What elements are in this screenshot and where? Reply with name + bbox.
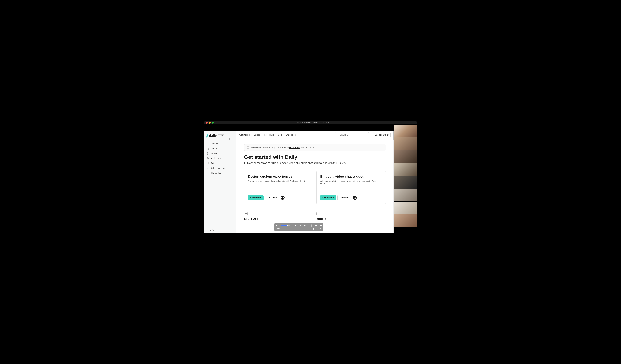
- card-title: Embed a video chat widget: [320, 175, 382, 179]
- svg-rect-15: [321, 226, 321, 226]
- info-icon: [247, 146, 249, 149]
- search-input[interactable]: [340, 133, 367, 136]
- book-icon: [207, 162, 209, 165]
- sidebar: daily DOCS Prebuilt Custom: [204, 131, 236, 233]
- terminal-icon: [244, 212, 248, 215]
- section-mobile[interactable]: Mobile: [316, 212, 386, 221]
- nav-get-started[interactable]: Get started: [239, 133, 250, 136]
- brand-name: daily: [209, 133, 217, 138]
- app-window: chad-hq_cloud-beta_1632850502450.mp4 dai…: [204, 121, 417, 243]
- page-content: Welcome to the new Daily Docs. Please le…: [236, 138, 394, 233]
- mobile-icon: [316, 212, 320, 215]
- seek-slider[interactable]: [281, 229, 316, 229]
- airplay-icon: [315, 224, 317, 227]
- participant-tile[interactable]: [394, 163, 417, 176]
- nav-changelog[interactable]: Changelog: [285, 133, 296, 136]
- try-demo-button[interactable]: Try Demo: [265, 195, 279, 200]
- volume-icon: [276, 224, 278, 227]
- nav-guides[interactable]: Guides: [254, 133, 260, 136]
- scrollbar-thumb[interactable]: [393, 131, 394, 140]
- svg-rect-1: [207, 152, 208, 154]
- help-link[interactable]: Help: [204, 227, 236, 233]
- close-window-button[interactable]: [206, 122, 207, 124]
- github-icon: [354, 197, 356, 199]
- external-link-icon: [387, 134, 389, 136]
- airplay-button[interactable]: [315, 224, 317, 227]
- pip-button[interactable]: [319, 224, 322, 227]
- svg-line-7: [338, 135, 338, 136]
- window-controls: [206, 122, 214, 124]
- section-title: Mobile: [316, 217, 386, 221]
- card-desc: Create custom video and audio layouts wi…: [248, 180, 310, 182]
- dashboard-button[interactable]: Dashboard: [373, 132, 391, 137]
- sidebar-label: Changelog: [210, 172, 221, 174]
- logo-mark-icon: [206, 133, 208, 138]
- participant-tile[interactable]: [394, 176, 417, 189]
- notice-link[interactable]: let us know: [289, 146, 300, 149]
- top-nav: Get started Guides Reference Blog Change…: [236, 131, 394, 138]
- sidebar-item-prebuilt[interactable]: Prebuilt: [204, 141, 236, 146]
- brand-logo[interactable]: daily DOCS: [204, 131, 236, 141]
- sidebar-item-guides[interactable]: Guides: [204, 161, 236, 166]
- dashboard-label: Dashboard: [375, 133, 386, 136]
- card-embed-widget: Embed a video chat widget Add video call…: [316, 171, 386, 204]
- webpage: daily DOCS Prebuilt Custom: [204, 131, 394, 233]
- share-button[interactable]: [310, 224, 313, 227]
- notice-prefix: Welcome to the new Daily Docs. Please: [251, 146, 289, 149]
- participant-tile[interactable]: [394, 201, 417, 214]
- get-started-button[interactable]: Get started: [248, 195, 264, 200]
- rewind-button[interactable]: [294, 224, 297, 227]
- sidebar-label: Guides: [210, 162, 217, 165]
- fast-forward-button[interactable]: [304, 224, 306, 227]
- rewind-icon: [295, 224, 297, 227]
- sidebar-item-custom[interactable]: Custom: [204, 146, 236, 151]
- card-desc: Add video calls to your app or website i…: [320, 180, 382, 185]
- playback-time-current: 03:22: [276, 228, 280, 230]
- github-link[interactable]: [353, 196, 357, 200]
- volume-button[interactable]: [276, 224, 278, 227]
- participant-tile[interactable]: [394, 189, 417, 201]
- scrollbar[interactable]: [393, 131, 394, 233]
- sidebar-label: Audio Only: [210, 157, 221, 160]
- participant-strip: [394, 124, 417, 243]
- volume-slider[interactable]: [280, 225, 290, 226]
- minimize-window-button[interactable]: [209, 122, 210, 124]
- pause-icon: [299, 224, 301, 227]
- section-title: REST API: [244, 217, 313, 221]
- help-icon: [212, 229, 214, 231]
- search-box[interactable]: [335, 132, 369, 137]
- card-title: Design custom experiences: [248, 175, 310, 179]
- nav-reference[interactable]: Reference: [264, 133, 274, 136]
- svg-marker-0: [207, 148, 209, 149]
- notice-banner: Welcome to the new Daily Docs. Please le…: [244, 144, 386, 151]
- maximize-window-button[interactable]: [212, 122, 214, 124]
- github-link[interactable]: [280, 196, 285, 200]
- section-rest-api[interactable]: REST API: [244, 212, 313, 221]
- headphones-icon: [207, 157, 209, 160]
- sidebar-item-reference-docs[interactable]: Reference Docs: [204, 166, 236, 171]
- play-pause-button[interactable]: [299, 224, 301, 227]
- participant-tile[interactable]: [394, 137, 417, 150]
- nav-blog[interactable]: Blog: [277, 133, 282, 136]
- sidebar-label: Reference Docs: [210, 167, 226, 169]
- page-title: Get started with Daily: [244, 154, 386, 160]
- pip-icon: [320, 224, 322, 227]
- video-letterbox-top: [204, 124, 394, 131]
- svg-point-6: [337, 134, 338, 135]
- participant-tile[interactable]: [394, 150, 417, 163]
- participant-tile[interactable]: [394, 125, 417, 137]
- mobile-icon: [207, 152, 209, 155]
- document-icon: [292, 122, 294, 124]
- playback-time-total: 03:40: [318, 228, 322, 230]
- get-started-button[interactable]: Get started: [320, 195, 336, 200]
- sidebar-item-audio-only[interactable]: Audio Only: [204, 156, 236, 161]
- sidebar-item-changelog[interactable]: Changelog: [204, 171, 236, 175]
- participant-tile[interactable]: [394, 214, 417, 227]
- search-icon: [207, 167, 209, 169]
- help-label: Help: [207, 229, 211, 231]
- window-filename: chad-hq_cloud-beta_1632850502450.mp4: [295, 121, 329, 124]
- svg-point-2: [207, 167, 208, 169]
- sidebar-item-mobile[interactable]: Mobile: [204, 151, 236, 156]
- share-icon: [310, 224, 312, 227]
- try-demo-button[interactable]: Try Demo: [337, 195, 351, 200]
